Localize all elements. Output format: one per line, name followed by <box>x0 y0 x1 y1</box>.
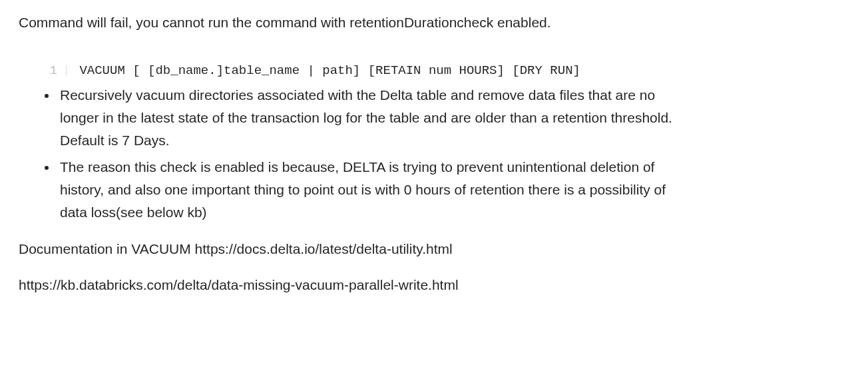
bullet-list: Recursively vacuum directories associate… <box>19 84 849 224</box>
documentation-line: Documentation in VACUUM https://docs.del… <box>19 238 849 260</box>
code-divider: | <box>63 61 70 81</box>
list-item: The reason this check is enabled is beca… <box>57 156 683 224</box>
intro-paragraph: Command will fail, you cannot run the co… <box>19 12 849 33</box>
doc-link[interactable]: https://docs.delta.io/latest/delta-utili… <box>195 241 453 256</box>
code-block: 1 | VACUUM [ [db_name.]table_name | path… <box>45 61 849 81</box>
code-content: VACUUM [ [db_name.]table_name | path] [R… <box>79 61 580 81</box>
code-line-number: 1 <box>45 61 57 81</box>
list-item: Recursively vacuum directories associate… <box>57 84 683 152</box>
kb-link[interactable]: https://kb.databricks.com/delta/data-mis… <box>19 277 459 292</box>
doc-prefix: Documentation in VACUUM <box>19 241 195 256</box>
kb-link-line: https://kb.databricks.com/delta/data-mis… <box>19 274 849 296</box>
